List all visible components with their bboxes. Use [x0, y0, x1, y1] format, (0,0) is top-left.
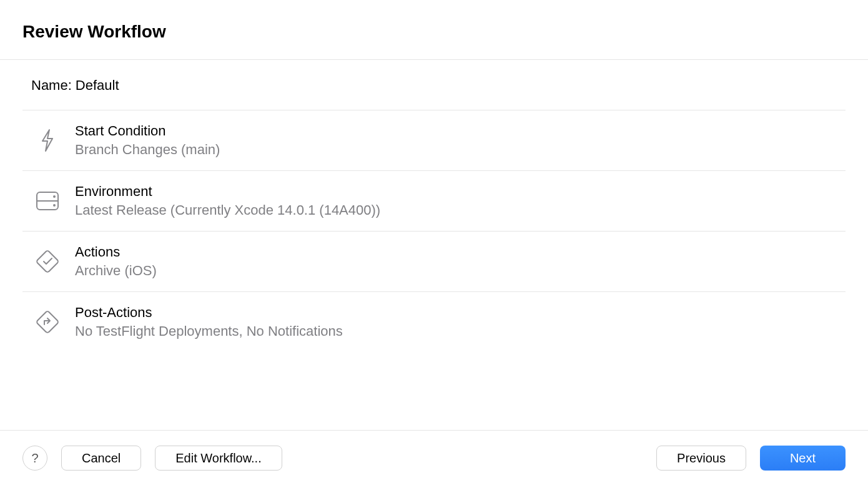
environment-row[interactable]: Environment Latest Release (Currently Xc… — [22, 171, 846, 232]
svg-rect-4 — [36, 250, 59, 273]
svg-rect-5 — [36, 311, 59, 334]
content-area: Name: Default Start Condition Branch Cha… — [0, 60, 868, 430]
help-button[interactable]: ? — [22, 446, 47, 471]
edit-workflow-button[interactable]: Edit Workflow... — [155, 446, 282, 471]
svg-point-3 — [54, 205, 55, 206]
actions-row[interactable]: Actions Archive (iOS) — [22, 232, 846, 292]
dialog-footer: ? Cancel Edit Workflow... Previous Next — [0, 430, 868, 488]
post-actions-row[interactable]: Post-Actions No TestFlight Deployments, … — [22, 292, 846, 352]
row-subtitle: Latest Release (Currently Xcode 14.0.1 (… — [75, 202, 380, 218]
row-subtitle: Branch Changes (main) — [75, 142, 220, 158]
server-icon — [35, 188, 60, 213]
row-title: Post-Actions — [75, 305, 343, 321]
row-title: Environment — [75, 183, 380, 200]
row-title: Actions — [75, 244, 157, 260]
row-title: Start Condition — [75, 123, 220, 139]
row-subtitle: No TestFlight Deployments, No Notificati… — [75, 323, 343, 339]
start-condition-row[interactable]: Start Condition Branch Changes (main) — [22, 110, 846, 171]
name-value: Default — [76, 77, 119, 94]
next-button[interactable]: Next — [760, 446, 846, 471]
post-actions-text: Post-Actions No TestFlight Deployments, … — [75, 305, 343, 339]
dialog-header: Review Workflow — [0, 0, 868, 60]
previous-button[interactable]: Previous — [656, 446, 746, 471]
environment-text: Environment Latest Release (Currently Xc… — [75, 183, 380, 218]
checkmark-seal-icon — [35, 249, 60, 274]
row-subtitle: Archive (iOS) — [75, 263, 157, 279]
actions-text: Actions Archive (iOS) — [75, 244, 157, 279]
bolt-icon — [35, 128, 60, 153]
start-condition-text: Start Condition Branch Changes (main) — [75, 123, 220, 158]
name-label: Name: — [31, 77, 72, 94]
workflow-name-row: Name: Default — [22, 60, 846, 110]
arrow-seal-icon — [35, 310, 60, 334]
page-title: Review Workflow — [22, 22, 846, 42]
svg-point-2 — [54, 196, 55, 197]
cancel-button[interactable]: Cancel — [61, 446, 141, 471]
